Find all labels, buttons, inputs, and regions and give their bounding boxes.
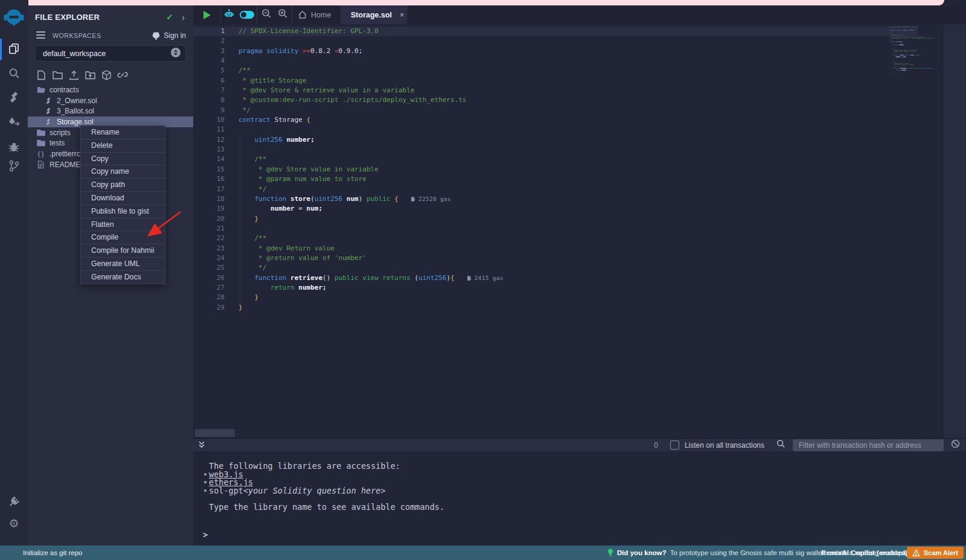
run-script-button[interactable] xyxy=(203,11,211,19)
context-menu: RenameDeleteCopyCopy nameCopy pathDownlo… xyxy=(80,126,165,284)
new-file-icon[interactable] xyxy=(35,69,47,81)
tab-storage-label: Storage.sol xyxy=(351,11,392,19)
browser-chrome-strip xyxy=(21,0,944,5)
gas-estimate-badge: 2415 gas xyxy=(467,275,504,281)
terminal-lines: The following libraries are accessible:•… xyxy=(203,462,444,512)
init-git-repo-action[interactable]: Initialize as git repo xyxy=(23,546,82,560)
home-icon xyxy=(298,11,307,19)
sign-in-label: Sign in xyxy=(164,31,186,40)
zoom-in-icon[interactable] xyxy=(278,8,288,21)
run-script-section xyxy=(193,5,221,24)
tree-item-label: .prettierrc xyxy=(50,150,80,158)
plugin-manager-icon[interactable] xyxy=(0,492,28,513)
copilot-status[interactable]: RemixAI Copilot (enabled) xyxy=(821,546,907,560)
line-number-gutter: 1234567891011121314151617181920212223242… xyxy=(193,27,225,313)
transaction-count: 0 xyxy=(654,441,658,450)
copilot-section xyxy=(221,5,257,24)
accept-check-icon[interactable]: ✓ xyxy=(166,12,173,22)
upload-file-icon[interactable] xyxy=(68,69,80,81)
braces-icon: {} xyxy=(36,150,45,158)
zoom-out-icon[interactable] xyxy=(261,8,272,21)
tree-item-label: tests xyxy=(50,139,65,147)
tree-item-label: scripts xyxy=(50,129,71,137)
folder-open-icon xyxy=(36,86,45,94)
workspace-stepper-icon[interactable] xyxy=(171,48,181,60)
ai-robot-icon[interactable] xyxy=(224,9,234,21)
tab-close-icon[interactable]: × xyxy=(400,10,405,19)
debugger-icon[interactable] xyxy=(0,136,28,157)
context-menu-item-compile[interactable]: Compile xyxy=(81,231,165,244)
remix-logo-icon[interactable] xyxy=(0,6,28,30)
tree-item-2-owner-sol[interactable]: 2_Owner.sol xyxy=(28,95,193,106)
scam-alert-label: Scam Alert xyxy=(924,549,958,556)
tab-home[interactable]: Home xyxy=(292,5,341,24)
tree-item-contracts[interactable]: contracts xyxy=(28,84,193,95)
tree-item-label: 2_Owner.sol xyxy=(57,97,97,105)
scam-alert-button[interactable]: Scam Alert xyxy=(907,547,964,559)
git-icon[interactable] xyxy=(0,156,28,176)
github-octocat-icon xyxy=(152,32,161,40)
workspace-name: default_workspace xyxy=(43,49,106,58)
file-explorer-header: FILE EXPLORER ✓ › xyxy=(28,10,193,24)
upload-folder-icon[interactable] xyxy=(84,69,96,81)
settings-gear-icon[interactable]: ⚙ xyxy=(0,513,28,533)
listen-transactions-checkbox[interactable] xyxy=(670,441,679,450)
new-folder-icon[interactable] xyxy=(51,69,63,81)
github-sign-in-button[interactable]: Sign in xyxy=(152,31,186,40)
context-menu-item-copy[interactable]: Copy xyxy=(81,153,165,166)
tree-item-label: Storage.sol xyxy=(57,118,94,126)
context-menu-item-flatten[interactable]: Flatten xyxy=(81,218,165,232)
listen-transactions-label: Listen on all transactions xyxy=(685,441,764,450)
search-icon[interactable] xyxy=(0,63,28,83)
context-menu-item-publish-file-to-gist[interactable]: Publish file to gist xyxy=(81,205,165,218)
editor-minimap[interactable]: // SPDX-License-Identifier: GPL-3.0pragm… xyxy=(889,27,935,75)
horizontal-scrollbar[interactable] xyxy=(195,429,235,437)
terminal-bar: 0 Listen on all transactions xyxy=(193,438,966,451)
file-toolbar xyxy=(35,69,129,81)
zoom-section xyxy=(257,5,292,24)
clear-terminal-icon[interactable] xyxy=(951,439,960,451)
icon-rail: ⚙ xyxy=(0,0,28,546)
solidity-icon xyxy=(43,97,53,104)
terminal-search-icon[interactable] xyxy=(776,439,785,451)
file-icon xyxy=(36,161,45,168)
load-cube-icon[interactable] xyxy=(100,69,112,81)
gas-estimate-badge: 22520 gas xyxy=(411,196,451,202)
solidity-icon xyxy=(43,107,53,115)
code-content: // SPDX-License-Identifier: GPL-3.0pragm… xyxy=(238,27,504,313)
workspaces-label: WORKSPACES xyxy=(53,32,101,39)
link-icon[interactable] xyxy=(117,69,129,81)
tree-item-3-ballot-sol[interactable]: 3_Ballot.sol xyxy=(28,106,193,116)
tip-title: Did you know? xyxy=(617,549,667,556)
tree-item-label: README. xyxy=(50,161,83,169)
terminal-library-name: sol-gpt xyxy=(209,487,243,495)
workspaces-menu-icon[interactable] xyxy=(36,30,45,41)
file-explorer-icon[interactable] xyxy=(0,39,28,59)
context-menu-item-generate-uml[interactable]: Generate UML xyxy=(81,258,165,271)
editor-toolbar: Home Storage.sol × xyxy=(193,5,966,25)
terminal-output: The following libraries are accessible:•… xyxy=(193,451,966,546)
context-menu-item-download[interactable]: Download xyxy=(81,192,165,205)
tree-item-label: contracts xyxy=(50,86,79,94)
warning-triangle-icon xyxy=(912,549,920,556)
context-menu-item-compile-for-nahmii[interactable]: Compile for Nahmii xyxy=(81,244,165,258)
collapse-chevron-icon[interactable]: › xyxy=(182,13,185,22)
context-menu-item-copy-path[interactable]: Copy path xyxy=(81,179,165,192)
deploy-run-icon[interactable] xyxy=(0,112,28,132)
editor-overview-strip xyxy=(942,24,966,438)
tab-storage-sol[interactable]: Storage.sol × xyxy=(341,5,408,24)
context-menu-item-rename[interactable]: Rename xyxy=(81,126,165,139)
folder-icon xyxy=(36,139,45,147)
workspace-select[interactable]: default_workspace xyxy=(35,45,186,62)
transaction-filter-input[interactable] xyxy=(793,439,944,451)
copilot-toggle[interactable] xyxy=(240,11,254,19)
context-menu-item-delete[interactable]: Delete xyxy=(81,139,165,153)
solidity-compiler-icon[interactable] xyxy=(0,87,28,107)
folder-icon xyxy=(36,129,45,136)
context-menu-item-copy-name[interactable]: Copy name xyxy=(81,165,165,179)
terminal-hint-text: Type the library name to see available c… xyxy=(203,503,444,512)
code-editor[interactable]: 1234567891011121314151617181920212223242… xyxy=(193,24,966,438)
context-menu-item-generate-docs[interactable]: Generate Docs xyxy=(81,271,165,284)
expand-terminal-icon[interactable] xyxy=(198,440,205,451)
terminal-library-hint: <your Solidity question here> xyxy=(243,487,386,495)
